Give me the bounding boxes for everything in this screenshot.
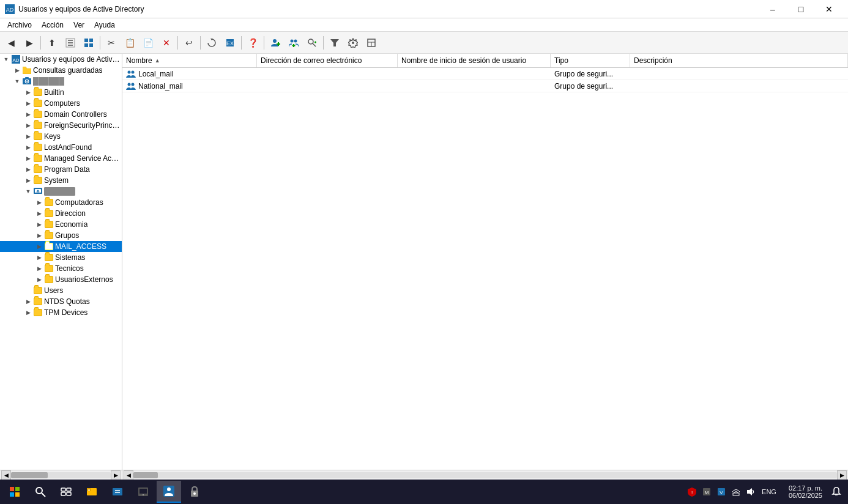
- expand-builtin[interactable]: ▶: [23, 87, 33, 97]
- scroll-left-arrow-right[interactable]: ◀: [124, 470, 133, 480]
- expand-ntds[interactable]: ▶: [23, 297, 33, 306]
- close-button[interactable]: ✕: [815, 0, 843, 18]
- tree-usuarios-externos[interactable]: ▶ UsuariosExternos: [0, 274, 122, 285]
- expand-computers[interactable]: ▶: [23, 98, 33, 108]
- scrollbar-thumb-right[interactable]: [133, 472, 158, 478]
- col-tipo[interactable]: Tipo: [551, 54, 630, 67]
- toolbar-delete[interactable]: ✕: [158, 34, 175, 51]
- expand-direccion[interactable]: ▶: [34, 209, 44, 218]
- scrollbar-track-right[interactable]: [133, 472, 837, 478]
- toolbar-undo[interactable]: ↩: [180, 34, 198, 51]
- expand-grupos[interactable]: ▶: [34, 231, 44, 240]
- toolbar-up[interactable]: ⬆: [43, 34, 61, 51]
- taskbar-search[interactable]: [28, 481, 53, 503]
- tree-domain[interactable]: ▼ ██████: [0, 76, 122, 87]
- tree-ou-main[interactable]: ▼ ██████: [0, 186, 122, 197]
- tray-network[interactable]: [730, 486, 742, 498]
- tree-root[interactable]: ▼ AD Usuarios y equipos de Active Diri: [0, 54, 122, 65]
- scroll-right-arrow-left[interactable]: ▶: [111, 470, 121, 480]
- menu-ayuda[interactable]: Ayuda: [89, 20, 120, 31]
- scrollbar-track-left[interactable]: [11, 472, 111, 478]
- tree-economia[interactable]: ▶ Economia: [0, 219, 122, 230]
- tray-icon-3[interactable]: V: [715, 486, 727, 498]
- tree-computadoras[interactable]: ▶ Computadoras: [0, 197, 122, 208]
- expand-economia[interactable]: ▶: [34, 220, 44, 229]
- menu-accion[interactable]: Acción: [37, 20, 69, 31]
- tree-tecnicos[interactable]: ▶ Tecnicos: [0, 263, 122, 274]
- toolbar-refresh[interactable]: [203, 34, 220, 51]
- toolbar-copy[interactable]: 📋: [121, 34, 138, 51]
- expand-domain[interactable]: ▼: [12, 76, 22, 86]
- tree-managed[interactable]: ▶ Managed Service Accour: [0, 153, 122, 164]
- minimize-button[interactable]: –: [759, 0, 787, 18]
- start-button[interactable]: [2, 481, 27, 503]
- tray-volume[interactable]: [745, 486, 757, 498]
- tree-keys[interactable]: ▶ Keys: [0, 131, 122, 142]
- toolbar-cut[interactable]: ✂: [103, 34, 120, 51]
- scroll-right[interactable]: ◀ ▶: [122, 470, 848, 480]
- scrollbar-thumb-left[interactable]: [11, 472, 48, 478]
- taskbar-taskview[interactable]: [54, 481, 78, 503]
- tree-programdata[interactable]: ▶ Program Data: [0, 164, 122, 175]
- taskbar-app-adusers[interactable]: [157, 481, 181, 503]
- expand-ou[interactable]: ▼: [23, 187, 33, 196]
- tree-system[interactable]: ▶ System: [0, 175, 122, 186]
- tree-mail-access[interactable]: ▶ MAIL_ACCESS: [0, 241, 122, 252]
- expand-sistemas[interactable]: ▶: [34, 253, 44, 262]
- taskbar-clock[interactable]: 02:17 p. m. 06/02/2025: [785, 484, 826, 499]
- taskbar-app-filemanager[interactable]: [105, 481, 130, 503]
- tree-direccion[interactable]: ▶ Direccion: [0, 208, 122, 219]
- maximize-button[interactable]: □: [787, 0, 815, 18]
- tree-panel[interactable]: ▼ AD Usuarios y equipos de Active Diri ▶…: [0, 54, 122, 470]
- scroll-left-arrow[interactable]: ◀: [1, 470, 11, 480]
- col-descripcion[interactable]: Descripción: [630, 54, 848, 67]
- tree-grupos[interactable]: ▶ Grupos: [0, 230, 122, 241]
- tree-sistemas[interactable]: ▶ Sistemas: [0, 252, 122, 263]
- toolbar-paste[interactable]: 📄: [139, 34, 157, 51]
- expand-tpm[interactable]: ▶: [23, 308, 33, 317]
- scroll-right-arrow-right[interactable]: ▶: [837, 470, 847, 480]
- toolbar-snap[interactable]: [80, 34, 97, 51]
- col-email[interactable]: Dirección de correo electrónico: [257, 54, 398, 67]
- toolbar-new-group[interactable]: [285, 34, 302, 51]
- expand-tecnicos[interactable]: ▶: [34, 264, 44, 273]
- expand-ue[interactable]: ▶: [34, 275, 44, 284]
- tray-lang[interactable]: ENG: [759, 488, 779, 495]
- taskbar-app-cred[interactable]: [182, 481, 207, 503]
- tree-saved-queries[interactable]: ▶ Consultas guardadas: [0, 65, 122, 76]
- expand-keys[interactable]: ▶: [23, 132, 33, 141]
- toolbar-export[interactable]: EX: [221, 34, 239, 51]
- menu-ver[interactable]: Ver: [69, 20, 89, 31]
- expand-system[interactable]: ▶: [23, 176, 33, 185]
- taskbar-app-explorer[interactable]: [80, 481, 104, 503]
- scroll-left[interactable]: ◀ ▶: [0, 470, 122, 480]
- expand-mail[interactable]: ▶: [34, 242, 44, 251]
- expand-computadoras[interactable]: ▶: [34, 198, 44, 207]
- list-item[interactable]: Local_mail Grupo de seguri...: [122, 68, 848, 80]
- tree-builtin[interactable]: ▶ Builtin: [0, 87, 122, 98]
- tree-users[interactable]: Users: [0, 285, 122, 296]
- expand-foreign[interactable]: ▶: [23, 120, 33, 130]
- toolbar-misc[interactable]: [363, 34, 380, 51]
- tree-lost[interactable]: ▶ LostAndFound: [0, 142, 122, 153]
- expand-managed[interactable]: ▶: [23, 154, 33, 163]
- tray-security[interactable]: !: [686, 486, 698, 498]
- toolbar-settings[interactable]: [344, 34, 362, 51]
- toolbar-new-user[interactable]: [267, 34, 284, 51]
- toolbar-filter[interactable]: [326, 34, 343, 51]
- taskbar-app-servermanager[interactable]: [131, 481, 155, 503]
- tree-ntds[interactable]: ▶ NTDS Quotas: [0, 296, 122, 307]
- toolbar-back[interactable]: ◀: [2, 34, 20, 51]
- tree-computers[interactable]: ▶ Computers: [0, 98, 122, 109]
- col-nombre[interactable]: Nombre ▲: [122, 54, 257, 67]
- tree-domain-controllers[interactable]: ▶ Domain Controllers: [0, 109, 122, 120]
- expand-users[interactable]: [23, 286, 33, 295]
- expand-dc[interactable]: ▶: [23, 109, 33, 119]
- notification-center[interactable]: [827, 481, 846, 503]
- tree-tpm[interactable]: ▶ TPM Devices: [0, 307, 122, 318]
- tree-foreign[interactable]: ▶ ForeignSecurityPrincipal: [0, 120, 122, 131]
- expand-lost[interactable]: ▶: [23, 143, 33, 152]
- toolbar-forward[interactable]: ▶: [21, 34, 38, 51]
- col-login[interactable]: Nombre de inicio de sesión de usuario: [398, 54, 551, 67]
- list-item[interactable]: National_mail Grupo de seguri...: [122, 80, 848, 92]
